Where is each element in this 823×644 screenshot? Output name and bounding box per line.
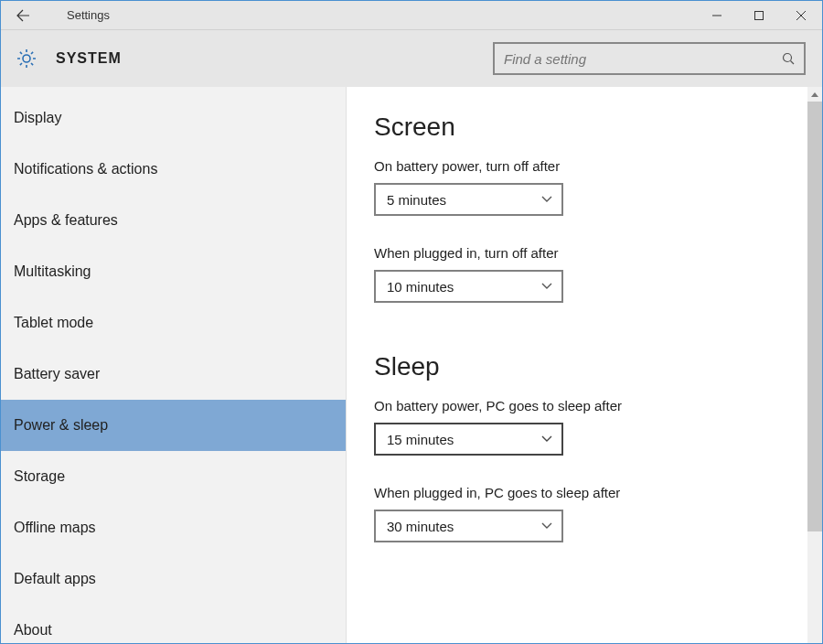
sidebar-item-offline-maps[interactable]: Offline maps [1,502,346,553]
back-arrow-icon [16,8,30,23]
svg-point-1 [23,55,30,62]
svg-rect-0 [755,11,764,19]
sidebar-item-label: Tablet mode [14,315,93,331]
sidebar-item-label: Offline maps [14,520,96,536]
select-value: 30 minutes [387,519,454,534]
sidebar-item-notifications[interactable]: Notifications & actions [1,144,346,195]
search-icon [782,52,795,65]
chevron-down-icon [541,283,552,290]
sleep-heading: Sleep [374,352,795,381]
back-button[interactable] [1,1,45,30]
sidebar-item-label: Storage [14,468,65,485]
sidebar-item-multitasking[interactable]: Multitasking [1,246,346,297]
header: SYSTEM [1,30,822,87]
sidebar-item-label: Battery saver [14,366,100,382]
window-title: Settings [67,8,110,22]
sidebar-item-label: Notifications & actions [14,161,157,177]
chevron-down-icon [541,196,552,203]
minimize-button[interactable] [696,1,738,30]
settings-gear-icon [14,46,39,71]
titlebar: Settings [1,1,822,30]
screen-battery-label: On battery power, turn off after [374,158,795,174]
sidebar-item-default-apps[interactable]: Default apps [1,553,346,605]
scrollbar-thumb[interactable] [807,102,822,531]
maximize-button[interactable] [738,1,780,30]
sidebar-item-storage[interactable]: Storage [1,451,346,502]
vertical-scrollbar[interactable] [807,87,822,644]
close-button[interactable] [780,1,822,30]
sidebar-item-power-sleep[interactable]: Power & sleep [1,400,346,451]
sidebar-item-label: Default apps [14,571,96,587]
sidebar-item-label: Apps & features [14,212,118,229]
sidebar-item-battery-saver[interactable]: Battery saver [1,349,346,400]
chevron-down-icon [541,522,552,530]
sidebar-item-label: Power & sleep [14,417,108,434]
screen-battery-select[interactable]: 5 minutes [374,183,563,216]
sleep-battery-label: On battery power, PC goes to sleep after [374,398,795,413]
minimize-icon [712,11,721,20]
close-icon [796,11,806,20]
select-value: 15 minutes [387,432,454,447]
chevron-down-icon [541,435,552,443]
maximize-icon [754,11,764,20]
search-input[interactable] [504,51,782,67]
sidebar-item-tablet-mode[interactable]: Tablet mode [1,297,346,349]
scroll-up-arrow-icon[interactable] [807,87,822,102]
screen-plugged-label: When plugged in, turn off after [374,245,795,261]
search-box[interactable] [493,42,806,75]
select-value: 5 minutes [387,192,446,208]
sidebar-item-apps-features[interactable]: Apps & features [1,195,346,246]
sidebar-item-label: Multitasking [14,263,91,280]
content-pane: Screen On battery power, turn off after … [347,87,822,644]
sidebar-item-label: Display [14,110,61,126]
screen-heading: Screen [374,113,795,142]
sleep-plugged-label: When plugged in, PC goes to sleep after [374,485,795,500]
section-title: SYSTEM [56,50,122,67]
screen-plugged-select[interactable]: 10 minutes [374,270,563,303]
sidebar: Display Notifications & actions Apps & f… [1,87,347,644]
select-value: 10 minutes [387,279,454,295]
sidebar-item-display[interactable]: Display [1,92,346,144]
sleep-plugged-select[interactable]: 30 minutes [374,510,563,542]
sleep-battery-select[interactable]: 15 minutes [374,423,563,456]
svg-point-2 [784,54,792,62]
sidebar-item-label: About [14,622,52,639]
sidebar-item-about[interactable]: About [1,605,346,644]
